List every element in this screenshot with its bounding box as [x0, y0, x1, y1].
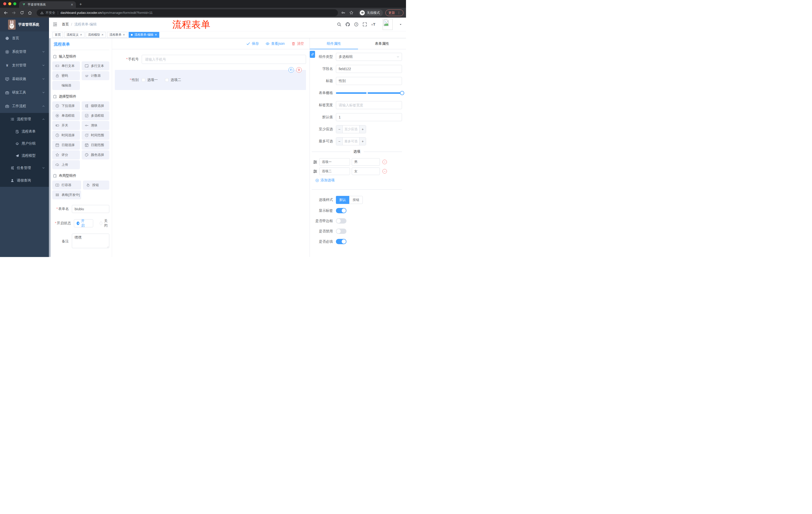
- sidebar-item-基础设施[interactable]: 基础设施: [0, 72, 49, 86]
- phone-input[interactable]: [142, 55, 306, 64]
- reload-button[interactable]: [19, 9, 25, 16]
- breadcrumb-home[interactable]: 首页: [62, 22, 69, 27]
- maximize-window-button[interactable]: [13, 2, 16, 5]
- fullscreen-icon[interactable]: [362, 22, 367, 27]
- tag-流程定义[interactable]: 流程定义✕: [64, 32, 84, 38]
- palette-item-表格[开发中][interactable]: 表格[开发中]: [52, 190, 81, 199]
- bookmark-star-icon[interactable]: [348, 9, 354, 16]
- selected-widget-gender[interactable]: *性别 选项一 选项二: [115, 70, 306, 90]
- new-tab-button[interactable]: +: [79, 2, 82, 7]
- tag-close-icon[interactable]: ✕: [123, 33, 125, 36]
- form-remark-textarea[interactable]: 嘿嘿: [72, 234, 109, 248]
- sidebar-item-支付管理[interactable]: ¥支付管理: [0, 59, 49, 72]
- tag-close-icon[interactable]: ✕: [155, 33, 157, 36]
- radio-closed[interactable]: 关闭: [100, 219, 110, 228]
- search-icon[interactable]: [337, 22, 342, 27]
- tag-流程表单[interactable]: 流程表单✕: [107, 32, 127, 38]
- password-key-icon[interactable]: [340, 9, 346, 16]
- palette-item-密码[interactable]: 密码: [52, 71, 80, 80]
- remove-option-button[interactable]: −: [382, 160, 387, 164]
- sidebar-scrollbar[interactable]: [49, 38, 50, 257]
- view-json-button[interactable]: 查看json: [266, 42, 285, 46]
- option-label-input[interactable]: [319, 167, 350, 175]
- option-label-input[interactable]: [319, 158, 350, 166]
- tag-首页[interactable]: 首页: [53, 32, 63, 38]
- palette-item-计数器[interactable]: 123计数器: [82, 71, 109, 80]
- close-window-button[interactable]: [3, 2, 6, 5]
- style-default-button[interactable]: 默认: [336, 196, 349, 204]
- palette-item-颜色选择[interactable]: 颜色选择: [82, 151, 109, 159]
- palette-item-滑块[interactable]: 滑块: [82, 121, 109, 130]
- minimize-window-button[interactable]: [8, 2, 11, 5]
- clear-button[interactable]: 清空: [291, 42, 304, 46]
- address-bar[interactable]: 不安全 dashboard.yudao.iocoder.cn/bpm/manag…: [37, 9, 338, 16]
- copy-widget-button[interactable]: [288, 67, 294, 73]
- tag-流程表单-编辑[interactable]: 流程表单-编辑✕: [128, 32, 159, 38]
- toggle-是否禁用[interactable]: [336, 228, 346, 234]
- decrease-button[interactable]: −: [336, 126, 343, 133]
- palette-item-日期范围[interactable]: 日期范围: [82, 141, 109, 150]
- palette-item-下拉选择[interactable]: 下拉选择: [52, 101, 80, 110]
- sidebar-item-研发工具[interactable]: 研发工具: [0, 86, 49, 99]
- palette-item-时间选择[interactable]: 时间选择: [52, 131, 80, 140]
- sidebar-item-任务管理[interactable]: 任务管理: [0, 162, 49, 174]
- palette-item-按钮[interactable]: 按钮: [83, 181, 109, 190]
- style-button-button[interactable]: 按钮: [349, 196, 363, 204]
- hamburger-icon[interactable]: [53, 22, 58, 27]
- slider-handle[interactable]: [400, 91, 404, 95]
- drag-handle-icon[interactable]: [313, 160, 318, 164]
- save-button[interactable]: 保存: [246, 42, 259, 46]
- chevron-down-icon[interactable]: [399, 23, 402, 26]
- tab-form-props[interactable]: 表单属性: [358, 38, 406, 49]
- add-option-button[interactable]: 添加选项: [315, 178, 402, 183]
- toggle-是否必填[interactable]: [336, 239, 346, 244]
- phone-field[interactable]: *手机号: [115, 55, 306, 64]
- palette-item-编辑器[interactable]: 编辑器: [52, 81, 80, 90]
- sidebar-item-流程管理[interactable]: 流程管理: [0, 113, 49, 126]
- palette-item-多行文本[interactable]: 多行文本: [82, 61, 109, 71]
- font-size-icon[interactable]: TT: [371, 22, 376, 27]
- tag-close-icon[interactable]: ✕: [101, 33, 104, 36]
- component-type-select[interactable]: 多选框组: [336, 53, 402, 61]
- help-icon[interactable]: ?: [354, 22, 358, 27]
- link-tag[interactable]: [310, 51, 315, 58]
- tab-close-icon[interactable]: ✕: [70, 3, 74, 6]
- palette-item-时间范围[interactable]: 时间范围: [82, 131, 109, 140]
- palette-item-日期选择[interactable]: 日期选择: [52, 141, 80, 150]
- checkbox-option-1[interactable]: 选项一: [142, 78, 158, 82]
- title-input[interactable]: [336, 77, 402, 85]
- back-button[interactable]: [2, 9, 9, 16]
- max-select-value[interactable]: 最多可选: [343, 138, 359, 145]
- default-value-input[interactable]: [336, 113, 402, 121]
- palette-item-级联选择[interactable]: 级联选择: [82, 101, 109, 110]
- remove-option-button[interactable]: −: [382, 169, 387, 173]
- drag-handle-icon[interactable]: [313, 169, 318, 174]
- delete-widget-button[interactable]: [296, 67, 302, 73]
- checkbox-option-2[interactable]: 选项二: [165, 78, 181, 82]
- tag-流程模型[interactable]: 流程模型✕: [86, 32, 106, 38]
- tab-component-props[interactable]: 组件属性: [310, 38, 358, 49]
- sidebar-item-流程模型[interactable]: 流程模型: [0, 150, 49, 162]
- sidebar-item-首页[interactable]: 首页: [0, 31, 49, 45]
- sidebar-item-工作流程[interactable]: 工作流程: [0, 99, 49, 113]
- palette-item-单选框组[interactable]: 单选框组: [52, 111, 80, 120]
- browser-menu-dots-icon[interactable]: ⋮: [397, 11, 401, 15]
- grid-slider[interactable]: [336, 89, 402, 97]
- browser-tab[interactable]: 芋道管理系统 ✕: [19, 1, 76, 8]
- sidebar-item-用户分组[interactable]: 用户分组: [0, 138, 49, 150]
- option-value-input[interactable]: [352, 158, 380, 166]
- field-name-input[interactable]: [336, 65, 402, 73]
- palette-item-上传[interactable]: 上传: [52, 160, 80, 169]
- label-width-input[interactable]: [336, 101, 402, 109]
- home-button[interactable]: [27, 9, 33, 16]
- toggle-显示标签[interactable]: [336, 208, 346, 213]
- tag-close-icon[interactable]: ✕: [80, 33, 82, 36]
- palette-item-单行文本[interactable]: 单行文本: [52, 61, 80, 71]
- avatar[interactable]: [383, 19, 393, 30]
- slider-track[interactable]: [336, 92, 402, 94]
- increase-button[interactable]: +: [359, 138, 366, 145]
- radio-open[interactable]: 开启: [74, 219, 93, 227]
- forward-button[interactable]: [10, 9, 17, 16]
- palette-item-开关[interactable]: 开关: [52, 121, 80, 130]
- sidebar-item-系统管理[interactable]: 系统管理: [0, 45, 49, 59]
